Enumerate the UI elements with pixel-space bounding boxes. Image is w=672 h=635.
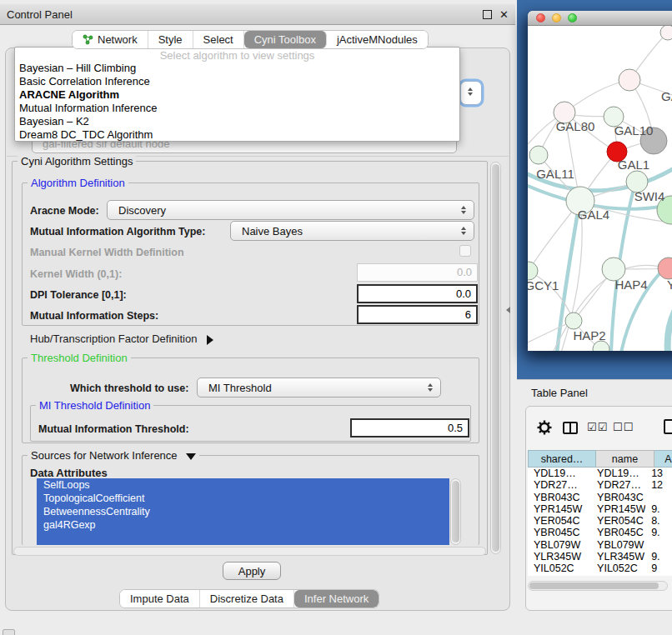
attributes-scrollbar-thumb[interactable] xyxy=(452,481,459,542)
dropdown-item-dream8[interactable]: Dream8 DC_TDC Algorithm xyxy=(15,128,459,142)
mi-algorithm-type-label: Mutual Information Algorithm Type: xyxy=(30,226,205,238)
settings-scrollbar-thumb[interactable] xyxy=(492,164,499,552)
mi-steps-field[interactable]: 6 xyxy=(357,305,478,324)
table-row[interactable]: YER054CYER054C8. xyxy=(528,515,672,527)
node-gal11[interactable] xyxy=(529,146,548,164)
cell xyxy=(645,492,672,503)
chevron-down-icon[interactable] xyxy=(186,453,196,460)
settings-horizontal-scrollbar[interactable] xyxy=(13,547,486,556)
close-icon[interactable]: ✕ xyxy=(499,10,509,19)
zoom-traffic-light-icon[interactable] xyxy=(568,13,577,22)
algorithm-combobox-focused-edge[interactable] xyxy=(460,81,482,105)
settings-vertical-scrollbar[interactable] xyxy=(490,162,501,554)
dropdown-item-aracne[interactable]: ARACNE Algorithm xyxy=(15,88,459,102)
column-header-clipped[interactable]: A xyxy=(654,450,672,468)
column-header-name[interactable]: name xyxy=(596,450,654,468)
hub-definition-label: Hub/Transcription Factor Definition xyxy=(30,332,197,345)
label-gcy1: GCY1 xyxy=(528,278,559,292)
cell: 9 xyxy=(645,562,672,574)
gear-icon[interactable] xyxy=(537,420,552,435)
node-top[interactable] xyxy=(660,26,672,40)
kernel-width-value: 0.0 xyxy=(457,266,472,278)
collapsed-panel-button[interactable] xyxy=(3,629,15,635)
cell: 9. xyxy=(645,503,672,515)
table-row[interactable]: YPR145WYPR145W9. xyxy=(528,503,672,515)
tab-impute-data-label: Impute Data xyxy=(130,592,189,605)
kernel-width-label: Kernel Width (0,1): xyxy=(30,268,122,280)
close-traffic-light-icon[interactable] xyxy=(536,13,545,22)
list-item-gal4rgexp[interactable]: gal4RGexp xyxy=(37,518,449,532)
split-panel-icon[interactable] xyxy=(563,422,578,434)
network-window-titlebar[interactable] xyxy=(528,11,672,26)
table-row[interactable]: YBR043CYBR043C xyxy=(528,492,672,503)
table-row[interactable]: YLR345WYLR345W9. xyxy=(528,551,672,562)
dropdown-item-basic-correlation[interactable]: Basic Correlation Inference xyxy=(15,75,459,88)
node-hap2[interactable] xyxy=(565,312,582,329)
table-row[interactable]: YBR045CYBR045C9. xyxy=(528,527,672,538)
table-scrollbar-thumb[interactable] xyxy=(529,582,659,589)
table-row[interactable]: YDR27…YDR27…12 xyxy=(528,479,672,491)
hub-definition-toggle[interactable]: Hub/Transcription Factor Definition xyxy=(30,332,213,345)
cell xyxy=(645,539,672,551)
apply-button[interactable]: Apply xyxy=(223,562,281,580)
manual-kernel-width-checkbox[interactable] xyxy=(459,245,471,257)
aracne-mode-combobox[interactable]: Discovery xyxy=(107,200,474,220)
mi-threshold-field[interactable]: 0.5 xyxy=(350,418,469,438)
dropdown-item-mutual-information[interactable]: Mutual Information Inference xyxy=(15,102,459,115)
label-gal4: GAL4 xyxy=(578,208,609,222)
table-body: YDL19…YDL19…13 YDR27…YDR27…12 YBR043CYBR… xyxy=(528,468,672,576)
tab-select[interactable]: Select xyxy=(193,31,244,48)
tab-cyni-toolbox[interactable]: Cyni Toolbox xyxy=(244,31,327,48)
tab-jactivemnodules[interactable]: jActiveMNodules xyxy=(327,31,428,48)
table-horizontal-scrollbar[interactable] xyxy=(528,581,668,591)
tab-network[interactable]: Network xyxy=(73,31,148,48)
network-view-window[interactable]: GAL GAL80 GAL10 GAL1 GAL11 SWI4 GAL4 GCY… xyxy=(528,11,672,351)
node-salmon[interactable] xyxy=(658,258,672,279)
cell: YBR045C xyxy=(528,527,591,538)
dropdown-item-bayesian-hill-climbing[interactable]: Bayesian – Hill Climbing xyxy=(15,62,459,75)
kernel-width-field[interactable]: 0.0 xyxy=(357,263,478,282)
float-window-icon[interactable] xyxy=(483,10,492,19)
tab-discretize-data[interactable]: Discretize Data xyxy=(200,590,294,608)
network-graph: GAL GAL80 GAL10 GAL1 GAL11 SWI4 GAL4 GCY… xyxy=(528,26,672,351)
dropdown-item-bayesian-k2[interactable]: Bayesian – K2 xyxy=(15,115,459,128)
dpi-tolerance-field[interactable]: 0.0 xyxy=(357,284,478,303)
cell: YDR27… xyxy=(528,479,591,491)
list-item-topologicalcoefficient[interactable]: TopologicalCoefficient xyxy=(37,492,449,505)
tab-style[interactable]: Style xyxy=(148,31,193,48)
label-swi4: SWI4 xyxy=(634,189,665,203)
dpi-tolerance-value: 0.0 xyxy=(456,288,471,300)
tab-impute-data[interactable]: Impute Data xyxy=(120,590,200,608)
tab-infer-network[interactable]: Infer Network xyxy=(294,590,379,608)
tab-infer-network-label: Infer Network xyxy=(304,592,369,605)
list-item-betweennesscentrality[interactable]: BetweennessCentrality xyxy=(37,505,449,518)
mi-algorithm-type-combobox[interactable]: Naive Bayes xyxy=(230,221,474,241)
data-attributes-list[interactable]: SelfLoops TopologicalCoefficient Between… xyxy=(37,478,449,545)
cell: YIL052C xyxy=(591,562,645,574)
deselect-all-columns-icon[interactable]: ☐☐ xyxy=(613,421,634,433)
which-threshold-combobox[interactable]: MI Threshold xyxy=(197,378,441,398)
network-canvas[interactable]: GAL GAL80 GAL10 GAL1 GAL11 SWI4 GAL4 GCY… xyxy=(528,26,672,351)
cell: 13 xyxy=(645,468,672,479)
select-all-columns-icon[interactable]: ☑☑ xyxy=(587,421,608,433)
node-gcy1[interactable] xyxy=(528,262,538,280)
mi-algorithm-type-value: Naive Bayes xyxy=(242,225,303,238)
cell: YIL052C xyxy=(528,562,591,574)
table-row[interactable]: YIL052CYIL052C9 xyxy=(528,562,672,574)
minimize-traffic-light-icon[interactable] xyxy=(552,13,561,22)
label-gal10: GAL10 xyxy=(614,123,654,138)
network-icon xyxy=(83,34,93,45)
tab-jactivemnodules-label: jActiveMNodules xyxy=(337,33,418,46)
table-row[interactable]: YBL079WYBL079W xyxy=(528,539,672,551)
splitter-collapse-icon[interactable] xyxy=(506,307,510,313)
mi-steps-value: 6 xyxy=(465,308,471,321)
node-pink-top[interactable] xyxy=(619,69,640,91)
mi-steps-label: Mutual Information Steps: xyxy=(30,310,158,322)
table-row[interactable]: YDL19…YDL19…13 xyxy=(528,468,672,479)
new-table-icon[interactable] xyxy=(664,419,672,434)
list-item-selfloops[interactable]: SelfLoops xyxy=(37,478,449,492)
cell: 9. xyxy=(645,527,672,538)
network-nodes[interactable] xyxy=(528,26,672,351)
column-header-sharedname[interactable]: shared… xyxy=(528,450,596,468)
attributes-list-scrollbar[interactable] xyxy=(450,478,461,545)
